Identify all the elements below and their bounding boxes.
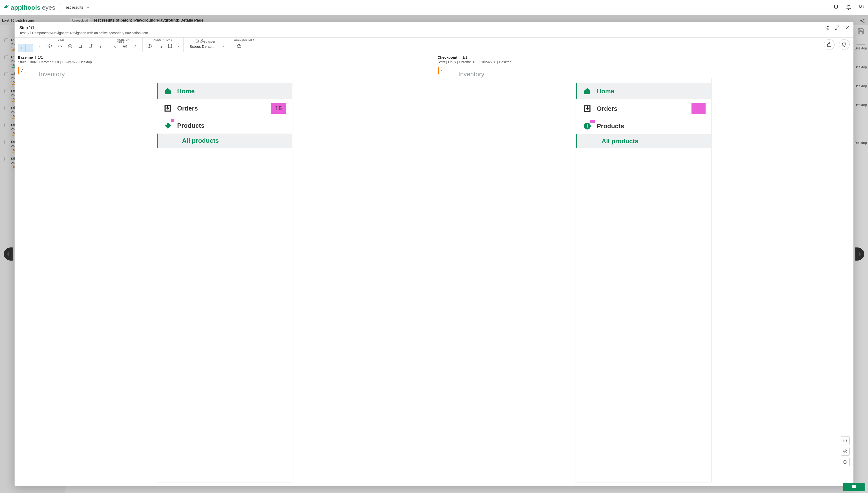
svg-rect-20 — [20, 47, 21, 49]
svg-point-36 — [123, 45, 127, 48]
svg-text:A/B: A/B — [69, 46, 71, 47]
svg-point-12 — [827, 26, 828, 27]
scope-label: Scope: Default — [190, 44, 213, 48]
svg-rect-41 — [169, 45, 171, 48]
region-icon[interactable] — [166, 43, 174, 50]
compare-body: Baseline | 1/1 Strict | Linux | Chrome 9… — [15, 52, 853, 486]
brand-name: applitools — [11, 4, 41, 12]
svg-point-11 — [825, 27, 826, 28]
top-actions — [833, 4, 864, 11]
layers-icon[interactable] — [46, 43, 54, 50]
svg-point-33 — [100, 45, 101, 45]
subnav-inventory-label: Inventory — [39, 70, 65, 78]
thumbs-down-button[interactable] — [839, 39, 850, 50]
step-label: Step 1/1: — [19, 26, 849, 30]
svg-point-0 — [860, 5, 862, 7]
chevron-small-icon[interactable] — [36, 43, 43, 50]
svg-point-47 — [239, 45, 239, 46]
baseline-env: Strict | Linux | Chrome 91.0 | 1024x768 … — [18, 60, 430, 64]
region-chevron-icon[interactable] — [176, 43, 180, 50]
share-icon[interactable] — [824, 25, 829, 31]
group-label-view: VIEW — [58, 39, 64, 41]
brand-glyph-icon — [4, 5, 9, 10]
results-dropdown[interactable]: Test results — [60, 3, 92, 12]
svg-marker-28 — [48, 45, 51, 46]
comment-icon[interactable] — [156, 43, 164, 50]
thumbs-up-button[interactable] — [824, 39, 834, 50]
more-icon[interactable] — [97, 43, 104, 50]
zoom-out-button[interactable] — [841, 457, 850, 466]
expand-icon[interactable] — [834, 25, 840, 31]
group-label-annotations: ANNOTATIONS — [153, 39, 172, 41]
subnav-inventory: Inventory — [434, 67, 854, 486]
baseline-title: Baseline — [18, 55, 33, 59]
accessibility-icon[interactable] — [235, 43, 243, 50]
svg-point-37 — [125, 46, 126, 47]
side-by-side-left-icon[interactable] — [18, 44, 25, 51]
svg-rect-31 — [89, 45, 91, 47]
zoom-in-button[interactable] — [841, 447, 850, 456]
step-modal: Step 1/1: Test: All Components/Navigatio… — [15, 22, 853, 486]
fit-width-button[interactable] — [841, 436, 850, 445]
test-name: Test: All Components/Navigation: Navigat… — [19, 31, 849, 35]
svg-point-35 — [100, 47, 101, 48]
chat-fab[interactable] — [843, 483, 865, 491]
brand-logo: applitoolseyes — [4, 4, 55, 12]
crop-icon[interactable] — [77, 43, 84, 50]
thumbs-group — [824, 39, 850, 50]
svg-point-32 — [91, 44, 92, 45]
side-by-side-right-icon[interactable] — [25, 44, 33, 51]
checkpoint-title: Checkpoint — [438, 55, 458, 59]
svg-rect-27 — [30, 47, 31, 49]
group-label-accessibility: ACCESSIBILITY — [234, 39, 254, 41]
subnav-inventory-label: Inventory — [459, 70, 484, 78]
top-bar: applitoolseyes Test results — [0, 0, 868, 15]
svg-point-40 — [149, 47, 150, 47]
svg-point-13 — [827, 28, 828, 29]
baseline-count: 1/1 — [38, 55, 43, 59]
checkpoint-screenshot: Home Orders Products All products Invent… — [576, 78, 712, 483]
baseline-screenshot: Home Orders 15 Products All products Inv… — [156, 78, 292, 483]
issue-icon[interactable] — [146, 43, 153, 50]
baseline-pane: Baseline | 1/1 Strict | Linux | Chrome 9… — [15, 52, 434, 486]
user-menu-icon[interactable] — [858, 4, 864, 11]
svg-line-17 — [835, 28, 837, 29]
svg-point-34 — [100, 46, 101, 47]
checkpoint-env: Strict | Linux | Chrome 91.0 | 1024x768 … — [438, 60, 850, 64]
modal-header: Step 1/1: Test: All Components/Navigatio… — [15, 22, 853, 37]
ab-compare-icon[interactable]: A/B — [66, 43, 74, 50]
bell-icon[interactable] — [846, 4, 851, 11]
modal-head-actions — [824, 25, 850, 31]
svg-line-14 — [826, 26, 828, 27]
svg-line-16 — [837, 26, 839, 28]
zoom-controls — [841, 436, 850, 466]
scope-dropdown[interactable]: Scope: Default — [187, 43, 228, 50]
group-label-highlight: HIGHLIGHT DIFFS — [117, 39, 134, 44]
checkpoint-pane: Checkpoint | 1/1 Strict | Linux | Chrome… — [434, 52, 854, 486]
close-icon[interactable] — [845, 25, 850, 31]
results-dropdown-label: Test results — [64, 5, 83, 9]
code-icon[interactable] — [56, 43, 64, 50]
checkpoint-count: 1/1 — [462, 55, 467, 59]
modal-toolbar: VIEW A/B HIGHLIGHT DIFFS — [15, 37, 853, 52]
subnav-inventory: Inventory — [15, 67, 434, 486]
brand-suffix: eyes — [42, 4, 55, 12]
learn-icon[interactable] — [833, 4, 839, 11]
view-mode-toggle[interactable] — [18, 44, 33, 52]
cube-sync-icon[interactable] — [87, 43, 94, 50]
svg-line-15 — [826, 28, 828, 29]
